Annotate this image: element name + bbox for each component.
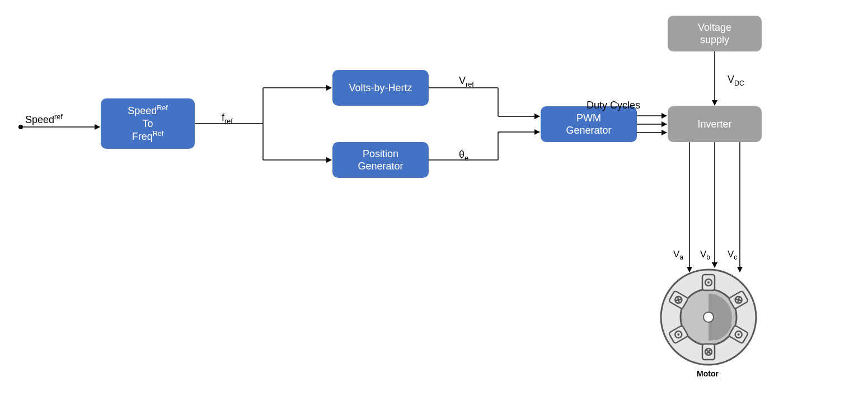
svg-rect-36 [669,325,688,343]
svg-point-33 [705,348,712,355]
svg-rect-39 [669,290,688,309]
diagram-svg [0,0,868,396]
svg-point-0 [18,125,23,129]
svg-point-21 [681,289,736,345]
svg-line-35 [706,350,711,354]
svg-point-37 [674,330,683,339]
svg-line-41 [675,297,682,303]
signal-duty-cycles: Duty Cycles [587,100,640,111]
svg-point-40 [674,295,683,304]
signal-v-b: Vb [700,249,710,261]
motor-icon [661,270,756,365]
svg-point-26 [734,295,743,304]
svg-line-28 [735,297,742,303]
svg-point-31 [737,333,740,336]
block-speed-to-freq: SpeedRefToFreqRef [101,98,195,149]
svg-point-30 [734,330,743,339]
svg-rect-29 [729,325,748,343]
block-voltage-supply: Voltagesupply [668,16,762,51]
svg-rect-22 [702,275,715,290]
signal-v-ref: Vref [459,75,474,88]
block-pwm-generator: PWMGenerator [541,106,637,142]
input-speed-ref-label: Speedref [25,113,63,126]
signal-v-a: Va [673,249,683,261]
signal-v-dc: VDC [728,74,744,87]
svg-point-24 [707,281,710,284]
svg-rect-32 [702,344,715,360]
svg-point-20 [661,270,756,365]
svg-point-23 [705,279,712,286]
signal-f-ref: fref [222,112,233,125]
svg-point-38 [677,333,680,336]
signal.v_c: Vc [728,249,737,261]
svg-line-27 [735,297,742,303]
svg-line-42 [675,297,682,303]
signal-theta-e: θe [459,149,468,162]
block-inverter: Inverter [668,106,762,142]
svg-rect-25 [729,290,748,309]
block-volts-by-hertz: Volts-by-Hertz [332,70,429,106]
motor-label: Motor [697,369,719,378]
block-position-generator: PositionGenerator [332,142,429,178]
svg-point-43 [703,312,714,322]
svg-line-34 [706,350,711,354]
